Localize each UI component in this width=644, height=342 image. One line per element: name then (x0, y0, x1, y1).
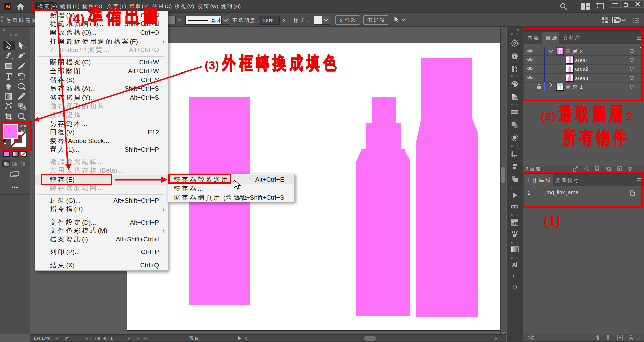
svg-text:¶: ¶ (513, 274, 516, 280)
svg-text:O: O (512, 284, 517, 291)
svg-text:A: A (512, 262, 516, 268)
